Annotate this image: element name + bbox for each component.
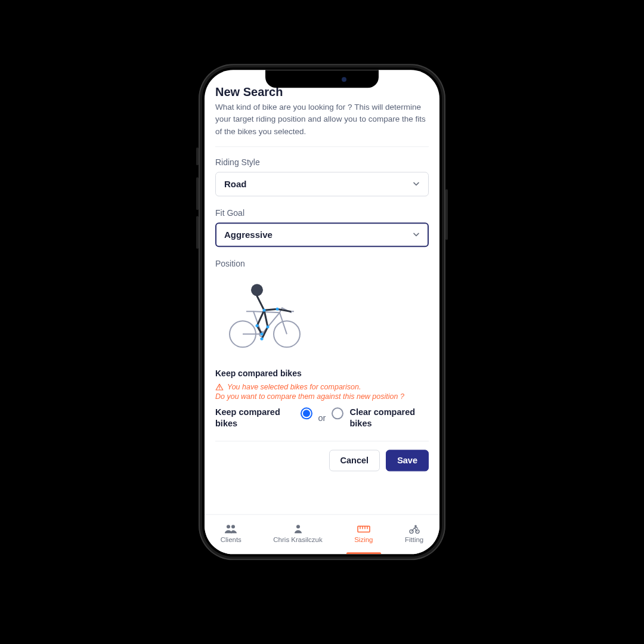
keep-compared-label: Keep compared bikes <box>215 369 429 378</box>
phone-screen: New Search What kind of bike are you loo… <box>205 70 439 554</box>
nav-label: Clients <box>221 536 242 543</box>
svg-point-8 <box>261 333 264 336</box>
position-illustration <box>215 273 429 357</box>
svg-point-7 <box>267 326 270 329</box>
cancel-button[interactable]: Cancel <box>329 450 380 472</box>
fit-goal-label: Fit Goal <box>215 208 429 218</box>
page-intro: What kind of bike are you looking for ? … <box>215 101 429 138</box>
compare-options: Keep compared bikes or Clear compared bi… <box>215 407 429 429</box>
dialog-footer: Cancel Save <box>215 441 429 472</box>
phone-power-button <box>445 189 448 240</box>
phone-notch <box>265 70 379 88</box>
warning-icon <box>215 383 224 391</box>
save-button[interactable]: Save <box>386 450 429 472</box>
riding-style-label: Riding Style <box>215 157 429 167</box>
svg-point-9 <box>261 338 264 340</box>
svg-point-3 <box>251 284 263 296</box>
option-clear-label: Clear compared bikes <box>349 407 415 429</box>
nav-clients[interactable]: Clients <box>221 524 242 543</box>
phone-volume-up <box>196 177 199 210</box>
fit-goal-select[interactable]: Aggressive <box>215 222 429 247</box>
svg-point-14 <box>296 525 300 528</box>
svg-point-13 <box>231 525 235 528</box>
people-icon <box>224 524 237 534</box>
svg-point-6 <box>256 324 259 327</box>
option-keep-label: Keep compared bikes <box>215 407 281 429</box>
riding-style-select[interactable]: Road <box>215 172 429 196</box>
nav-label: Chris Krasilczuk <box>273 536 322 543</box>
or-separator: or <box>318 413 326 423</box>
nav-label: Fitting <box>405 536 423 543</box>
keep-compared-section: Keep compared bikes You have selected bi… <box>215 369 429 429</box>
phone-volume-down <box>196 216 199 249</box>
position-label: Position <box>215 259 429 268</box>
warning-text-1: You have selected bikes for comparison. <box>227 383 361 391</box>
svg-point-4 <box>263 309 266 312</box>
radio-clear[interactable] <box>332 407 343 419</box>
phone-frame: New Search What kind of bike are you loo… <box>199 64 445 560</box>
svg-point-22 <box>414 525 417 527</box>
svg-point-12 <box>227 525 230 528</box>
riding-style-value: Road <box>224 179 247 189</box>
radio-keep[interactable] <box>301 407 312 419</box>
bottom-nav: Clients Chris Krasilczuk Sizing <box>205 514 439 554</box>
phone-mute-switch <box>196 147 199 165</box>
fit-goal-value: Aggressive <box>224 230 273 240</box>
cyclist-icon <box>408 524 420 534</box>
field-position: Position <box>215 259 429 357</box>
field-riding-style: Riding Style Road <box>215 157 429 196</box>
svg-point-11 <box>219 388 219 389</box>
warning-text-2: Do you want to compare them against this… <box>215 392 429 401</box>
svg-point-5 <box>276 308 279 311</box>
divider <box>215 146 429 147</box>
person-icon <box>293 524 303 534</box>
nav-label: Sizing <box>354 536 373 543</box>
ruler-icon <box>357 524 370 534</box>
nav-sizing[interactable]: Sizing <box>354 524 373 543</box>
svg-rect-15 <box>358 526 370 532</box>
chevron-down-icon <box>413 181 420 188</box>
field-fit-goal: Fit Goal Aggressive <box>215 208 429 247</box>
nav-client-profile[interactable]: Chris Krasilczuk <box>273 524 322 543</box>
chevron-down-icon <box>413 231 420 239</box>
nav-fitting[interactable]: Fitting <box>405 524 423 543</box>
